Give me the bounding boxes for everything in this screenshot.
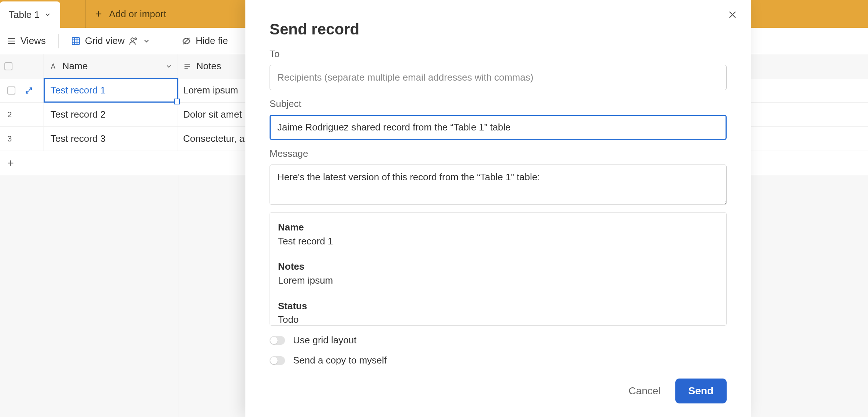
cell-name[interactable]: Test record 3 (44, 127, 178, 151)
grid-view-label: Grid view (85, 35, 125, 47)
chevron-down-icon (44, 11, 51, 18)
expand-record-icon[interactable] (25, 86, 33, 95)
cell-value: Dolor sit amet (183, 109, 242, 120)
row-leading-cell[interactable]: 3 (0, 127, 44, 151)
cell-name[interactable]: Test record 1 (44, 78, 178, 102)
send-button[interactable]: Send (675, 379, 727, 403)
plus-icon (7, 159, 15, 167)
tab-table-1[interactable]: Table 1 (0, 1, 60, 28)
checkbox-icon[interactable] (7, 86, 15, 95)
modal-title: Send record (270, 21, 727, 38)
row-number: 2 (7, 110, 12, 119)
chevron-down-icon (143, 37, 150, 45)
tab-list-dropdown[interactable] (60, 0, 86, 28)
add-or-import-label: Add or import (109, 8, 166, 20)
row-number: 3 (7, 134, 12, 144)
cell-value: Test record 3 (51, 133, 105, 144)
row-leading-cell[interactable]: 2 (0, 103, 44, 126)
cell-value: Consectetur, a (183, 133, 245, 144)
toggle-grid-layout[interactable] (270, 336, 285, 345)
preview-field-value: Todo (278, 313, 718, 326)
svg-point-10 (131, 38, 134, 41)
preview-field-label: Notes (278, 260, 718, 274)
hide-fields-button[interactable]: Hide fie (182, 35, 228, 47)
svg-point-11 (135, 38, 137, 39)
cell-name[interactable]: Test record 2 (44, 103, 178, 126)
toggle-copy-myself[interactable] (270, 356, 285, 365)
close-button[interactable] (727, 10, 738, 20)
checkbox-icon[interactable] (4, 62, 12, 70)
chevron-down-icon[interactable] (165, 63, 173, 70)
row-leading-cell[interactable] (0, 78, 44, 102)
plus-icon (94, 10, 103, 18)
preview-field-value: Test record 1 (278, 235, 718, 248)
long-text-icon (183, 62, 191, 70)
preview-field-label: Status (278, 299, 718, 313)
record-preview: Name Test record 1 Notes Lorem ipsum Sta… (270, 212, 727, 326)
cell-value: Lorem ipsum (183, 85, 238, 96)
message-label: Message (270, 148, 727, 159)
column-header-label: Notes (196, 60, 221, 72)
to-field[interactable] (270, 65, 727, 90)
hide-fields-label: Hide fie (196, 35, 228, 47)
eye-off-icon (182, 36, 191, 46)
column-header-name[interactable]: Name (44, 54, 178, 78)
subject-label: Subject (270, 98, 727, 110)
views-button[interactable]: Views (7, 35, 46, 47)
text-field-icon (49, 62, 57, 70)
to-label: To (270, 48, 727, 60)
toggle-grid-layout-label: Use grid layout (293, 335, 356, 346)
cancel-button[interactable]: Cancel (628, 385, 660, 397)
subject-field[interactable] (270, 115, 727, 140)
preview-field-value: Lorem ipsum (278, 274, 718, 288)
views-label: Views (21, 35, 46, 47)
add-or-import-button[interactable]: Add or import (86, 0, 175, 28)
cell-value: Test record 1 (51, 85, 105, 96)
grid-view-button[interactable]: Grid view (71, 35, 150, 47)
menu-icon (7, 36, 16, 46)
grid-icon (71, 36, 81, 46)
tab-label: Table 1 (9, 9, 40, 21)
svg-rect-5 (72, 37, 79, 45)
cell-value: Test record 2 (51, 109, 105, 120)
column-header-label: Name (62, 60, 88, 72)
send-record-modal: Send record To Subject Message Name Test… (245, 0, 751, 417)
message-field[interactable] (270, 165, 727, 205)
select-all-cell[interactable] (0, 54, 44, 78)
collaborators-icon (129, 36, 138, 46)
separator (58, 34, 59, 48)
preview-field-label: Name (278, 221, 718, 235)
toggle-copy-myself-label: Send a copy to myself (293, 355, 387, 366)
